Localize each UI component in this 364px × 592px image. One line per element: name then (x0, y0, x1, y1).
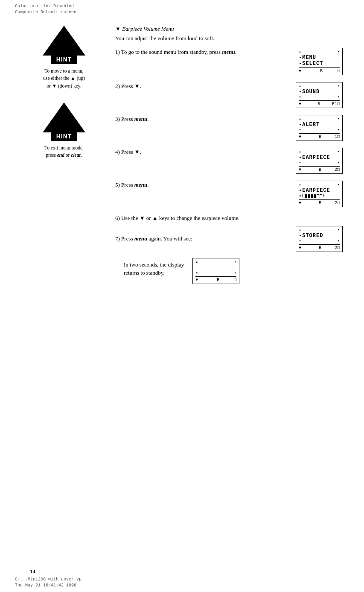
step-2-text: 2) Press ▼. (115, 82, 291, 91)
bottom-meta: C:...Mini200 with cover.vp Thu May 21 16… (15, 577, 82, 589)
step-5-text: 5) Press menu. (115, 181, 291, 189)
step-7: 7) Press menu again. You will see: ▪▪ ▪S… (115, 226, 343, 252)
top-meta-line1: Color profile: Disabled (15, 3, 76, 9)
step-2: 2) Press ▼. ▪▪ ▪SOUND ▪▪ ▼BF1□ (115, 82, 343, 108)
content-area: HINT To move to a menu,use either the ▲ … (21, 26, 343, 288)
hint-text-2: To exit menu mode,press end or clear. (44, 144, 84, 159)
lcd-7: ▪▪ ▪STORED ▪▪ ▼B2□ (296, 226, 343, 252)
step-5: 5) Press menu. ▪▪ ▪EARPIECE ▪LH ▼B2□ (115, 181, 343, 207)
hint-triangle-2 (43, 103, 85, 132)
hint-label-2: HINT (51, 132, 77, 141)
step-4-text: 4) Press ▼. (115, 148, 291, 156)
step-7-note: In two seconds, the displayreturns to st… (124, 261, 184, 277)
lcd-standby: ▪▪ ▪▪ ▼B□ (192, 258, 239, 284)
lcd-1: ▪▪ ▪MENU ▪SELECT ▼B□ (296, 48, 343, 75)
step-6: 6) Use the ▼ or ▲ keys to change the ear… (115, 214, 343, 223)
hint-triangle-1 (43, 26, 85, 56)
hint-box-2: HINT To exit menu mode,press end or clea… (21, 103, 107, 159)
lcd-4: ▪▪ ▪EARPIECE ▪▪ ▼B2□ (296, 148, 343, 174)
right-column: Earpiece Volume Menu You can adjust the … (115, 26, 343, 288)
section-title: Earpiece Volume Menu (115, 26, 343, 32)
bottom-meta-line2: Thu May 21 16:41:42 1998 (15, 583, 82, 589)
lcd-2: ▪▪ ▪SOUND ▪▪ ▼BF1□ (296, 82, 343, 108)
hint-label-1: HINT (51, 55, 77, 64)
step-3-text: 3) Press menu. (115, 115, 291, 123)
top-meta-line2: Composite Default screen (15, 9, 76, 15)
lcd-5: ▪▪ ▪EARPIECE ▪LH ▼B2□ (296, 181, 343, 207)
top-meta: Color profile: Disabled Composite Defaul… (15, 3, 76, 15)
step-3: 3) Press menu. ▪▪ ▪ALERT ▪▪ ▼B1□ (115, 115, 343, 141)
step-7-note-row: In two seconds, the displayreturns to st… (124, 258, 343, 284)
intro-text: You can adjust the volume from loud to s… (115, 35, 343, 42)
hint-box-1: HINT To move to a menu,use either the ▲ … (21, 26, 107, 90)
step-1: 1) To go to the sound menu from standby,… (115, 48, 343, 75)
hint-text-1: To move to a menu,use either the ▲ (up)o… (43, 67, 85, 90)
step-7-text: 7) Press menu again. You will see: (115, 234, 291, 243)
step-4: 4) Press ▼. ▪▪ ▪EARPIECE ▪▪ ▼B2□ (115, 148, 343, 174)
page-number: 14 (30, 568, 35, 575)
lcd-3: ▪▪ ▪ALERT ▪▪ ▼B1□ (296, 115, 343, 141)
step-1-text: 1) To go to the sound menu from standby,… (115, 48, 291, 56)
bottom-meta-line1: C:...Mini200 with cover.vp (15, 577, 82, 583)
left-column: HINT To move to a menu,use either the ▲ … (21, 26, 107, 288)
